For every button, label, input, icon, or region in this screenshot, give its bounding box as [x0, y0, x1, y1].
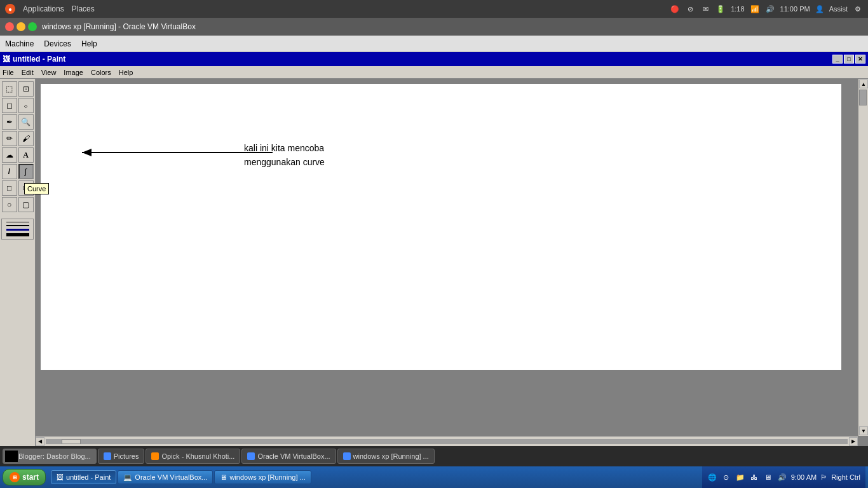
tool-row-5: ☁ A [1, 147, 34, 163]
curve-tool[interactable]: ∫ [18, 164, 34, 179]
fill-tool[interactable]: ⬦ [18, 98, 34, 113]
network-icon: ⊘ [685, 4, 695, 14]
browser-tab-opick[interactable]: Opick - Khusnul Khoti... [146, 449, 240, 464]
winxp-taskbar-icon: 🖥 [220, 473, 227, 481]
vbox-maximize-button[interactable] [28, 22, 37, 31]
browser-tab-vbox[interactable]: Oracle VM VirtualBox... [241, 449, 336, 464]
scrollbar-thumb[interactable] [859, 90, 867, 105]
line-size-4[interactable] [6, 233, 29, 236]
paint-body: ⬚ ⊡ ◻ ⬦ ✒ 🔍 ✏ 🖌 ☁ A / ∫ [0, 79, 868, 446]
select-free-tool[interactable]: ⊡ [18, 81, 34, 97]
hscroll-right-button[interactable]: ▶ [849, 437, 858, 446]
tray-network-icon: 🖧 [749, 472, 759, 482]
line-tool[interactable]: / [2, 164, 17, 179]
opick-favicon [151, 452, 159, 460]
ubuntu-logo-icon[interactable]: ● [5, 4, 15, 14]
line-size-panel [1, 219, 34, 240]
paint-canvas[interactable]: kali ini kita mencoba menggunakan curve [41, 84, 841, 370]
vlc-icon: 🔴 [670, 4, 680, 14]
line-size-3[interactable] [6, 229, 29, 231]
volume-icon: 🔊 [765, 4, 775, 14]
user-icon: 👤 [815, 5, 824, 13]
xp-taskbar-vbox[interactable]: 💻 Oracle VM VirtualBox... [118, 470, 213, 484]
places-menu[interactable]: Places [72, 4, 95, 13]
browser-tab-pictures[interactable]: Pictures [98, 449, 145, 464]
assist-label[interactable]: Assist [829, 5, 848, 13]
paint-menu-view[interactable]: View [41, 69, 57, 76]
paint-maximize-button[interactable]: □ [844, 55, 854, 64]
horizontal-scrollbar[interactable]: ◀ ▶ [36, 436, 858, 446]
tool-row-2: ◻ ⬦ [1, 98, 34, 113]
vbox-menu-devices[interactable]: Devices [44, 39, 71, 48]
vbox-tab-label: Oracle VM VirtualBox... [257, 452, 330, 460]
xp-start-label: start [22, 473, 39, 482]
paint-window: 🖼 untitled - Paint _ □ ✕ File Edit View … [0, 52, 868, 488]
hscroll-left-button[interactable]: ◀ [36, 437, 44, 446]
vbox-window-controls[interactable] [5, 22, 37, 31]
xp-systray: 🌐 ⊙ 📁 🖧 🖥 🔊 9:00 AM 🏳 Right Ctrl [702, 466, 865, 488]
tool-row-3: ✒ 🔍 [1, 114, 34, 130]
wifi-icon: 📶 [750, 4, 760, 14]
eraser-tool[interactable]: ◻ [2, 98, 17, 113]
text-tool[interactable]: A [18, 147, 34, 163]
vbox-menu-help[interactable]: Help [81, 39, 97, 48]
xp-taskbar: ⊞ start 🖼 untitled - Paint 💻 Oracle VM V… [0, 466, 868, 488]
airbrush-tool[interactable]: ☁ [2, 147, 17, 163]
ellipse-tool[interactable]: ○ [2, 197, 17, 212]
vbox-close-button[interactable] [5, 22, 14, 31]
xp-clock: 9:00 AM [791, 473, 817, 481]
paint-minimize-button[interactable]: _ [832, 55, 843, 64]
paint-toolbar: ⬚ ⊡ ◻ ⬦ ✒ 🔍 ✏ 🖌 ☁ A / ∫ [0, 79, 36, 446]
vertical-scrollbar[interactable]: ▲ ▼ [858, 79, 868, 436]
scrollbar-up-button[interactable]: ▲ [859, 79, 868, 88]
tray-speaker-icon: 🔊 [777, 472, 787, 482]
paint-win-controls[interactable]: _ □ ✕ [832, 55, 865, 64]
browser-taskbar: Blogger: Dasbor Blog... Pictures Opick -… [0, 446, 868, 466]
paint-menu-colors[interactable]: Colors [91, 69, 111, 76]
clock: 11:00 PM [780, 5, 810, 13]
line-size-2[interactable] [6, 225, 29, 226]
ubuntu-topbar-right: 🔴 ⊘ ✉ 🔋 1:18 📶 🔊 11:00 PM 👤 Assist ⚙ [670, 4, 863, 14]
tray-file-icon: 📁 [735, 472, 745, 482]
paint-menu-edit[interactable]: Edit [22, 69, 34, 76]
vbox-menu-machine[interactable]: Machine [5, 39, 34, 48]
browser-tab-winxp[interactable]: windows xp [Running] ... [337, 449, 435, 464]
applications-menu[interactable]: Applications [23, 4, 64, 13]
paint-icon: 🖼 [3, 55, 10, 64]
xp-taskbar-winxp[interactable]: 🖥 windows xp [Running] ... [214, 470, 311, 484]
paint-title-text: untitled - Paint [13, 55, 65, 64]
paint-taskbar-icon: 🖼 [57, 473, 64, 481]
eyedropper-tool[interactable]: ✒ [2, 114, 17, 130]
select-rect-tool[interactable]: ⬚ [2, 81, 17, 97]
rounded-rect-tool[interactable]: ▢ [18, 197, 34, 212]
vbox-title: windows xp [Running] - Oracle VM Virtual… [42, 22, 196, 31]
xp-start-button[interactable]: ⊞ start [3, 469, 46, 485]
right-ctrl-label: Right Ctrl [831, 473, 860, 481]
paint-close-button[interactable]: ✕ [855, 55, 865, 64]
opick-tab-label: Opick - Khusnul Khoti... [161, 452, 234, 460]
tray-globe-icon: 🌐 [707, 472, 717, 482]
rect-tool[interactable]: □ [2, 180, 17, 196]
scrollbar-down-button[interactable]: ▼ [859, 426, 868, 435]
paint-title-left: 🖼 untitled - Paint [3, 55, 65, 64]
pencil-tool[interactable]: ✏ [2, 131, 17, 146]
xp-taskbar-paint[interactable]: 🖼 untitled - Paint [51, 470, 116, 484]
vbox-minimize-button[interactable] [17, 22, 25, 31]
line-size-1[interactable] [6, 222, 29, 222]
paint-canvas-area[interactable]: ▲ ▼ kali ini kita mencoba menggunakan cu… [36, 79, 868, 446]
vbox-menubar: Machine Devices Help [0, 36, 868, 52]
hscroll-thumb[interactable] [62, 439, 81, 444]
settings-icon[interactable]: ⚙ [853, 4, 863, 14]
hscroll-track[interactable] [46, 439, 848, 444]
xp-start-logo-icon: ⊞ [10, 472, 20, 482]
paint-menu-help[interactable]: Help [119, 69, 133, 76]
brush-tool[interactable]: 🖌 [18, 131, 34, 146]
vbox-taskbar-label: Oracle VM VirtualBox... [135, 473, 207, 481]
foreground-color[interactable] [5, 451, 18, 462]
canvas-annotation: kali ini kita mencoba menggunakan curve [244, 141, 325, 170]
vbox-titlebar: windows xp [Running] - Oracle VM Virtual… [0, 18, 868, 36]
paint-menu-image[interactable]: Image [64, 69, 83, 76]
pictures-tab-label: Pictures [114, 452, 139, 460]
paint-menu-file[interactable]: File [3, 69, 14, 76]
magnify-tool[interactable]: 🔍 [18, 114, 34, 130]
